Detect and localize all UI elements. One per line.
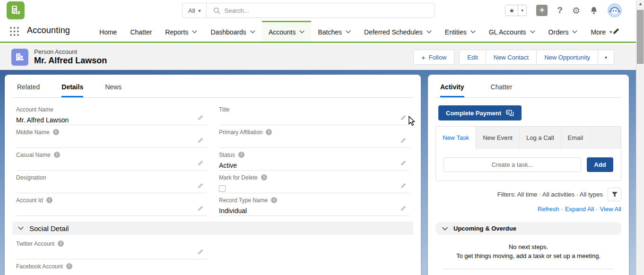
help-icon[interactable]: ? <box>557 5 563 16</box>
edit-pencil-icon[interactable] <box>197 137 204 144</box>
empty-state-line2: To get things moving, add a task or set … <box>435 251 621 260</box>
section-social-detail[interactable]: Social Detail <box>12 222 413 235</box>
chevron-down-icon[interactable] <box>572 30 577 34</box>
view-all-link[interactable]: View All <box>600 206 621 213</box>
edit-pencil-icon[interactable] <box>197 205 204 212</box>
activity-empty-state: No next steps. To get things moving, add… <box>435 242 621 260</box>
info-icon[interactable]: i <box>53 129 59 135</box>
mark-for-delete-checkbox[interactable] <box>219 185 226 192</box>
global-header: All ▾ ★ ▾ + ? ⚙ <box>0 0 636 21</box>
nav-tab-batches[interactable]: Batches <box>311 21 357 42</box>
chevron-down-icon[interactable] <box>192 30 197 34</box>
info-icon[interactable]: i <box>58 241 64 247</box>
search-input[interactable] <box>224 7 435 14</box>
tab-related[interactable]: Related <box>17 83 40 97</box>
nav-tabs: Home Chatter Reports Dashboards Accounts… <box>93 21 618 42</box>
nav-tab-dashboards[interactable]: Dashboards <box>204 21 262 42</box>
edit-pencil-icon[interactable] <box>400 160 407 166</box>
nav-tab-entities[interactable]: Entities <box>438 21 482 42</box>
edit-button[interactable]: Edit <box>460 50 485 64</box>
edit-pencil-icon[interactable] <box>197 249 204 255</box>
create-task-input[interactable] <box>444 157 581 172</box>
chevron-down-icon[interactable] <box>426 30 432 34</box>
edit-pencil-icon[interactable] <box>197 182 204 189</box>
global-actions-icon[interactable]: + <box>536 5 548 16</box>
field-record-type-name: Record Type Namei Individual <box>219 193 409 216</box>
nav-tab-gl-accounts[interactable]: GL Accounts <box>482 21 542 42</box>
activity-composer: New Task New Event Log a Call Email Add <box>435 126 621 181</box>
search-scope-selector[interactable]: All ▾ <box>183 3 207 17</box>
scroll-up-arrow[interactable]: ▲ <box>636 1 644 6</box>
nav-tab-reports[interactable]: Reports <box>158 21 204 42</box>
nav-tab-accounts[interactable]: Accounts <box>262 21 312 42</box>
tab-chatter[interactable]: Chatter <box>491 83 513 97</box>
tab-new-task[interactable]: New Task <box>436 127 476 149</box>
info-icon[interactable]: i <box>54 152 60 158</box>
tab-log-a-call[interactable]: Log a Call <box>520 127 561 149</box>
new-opportunity-button[interactable]: New Opportunity <box>536 50 598 64</box>
tab-new-event[interactable]: New Event <box>476 127 520 149</box>
chevron-down-icon[interactable] <box>299 30 305 34</box>
notifications-bell-icon[interactable] <box>590 6 598 15</box>
edit-pencil-icon[interactable] <box>400 114 407 121</box>
edit-pencil-icon[interactable] <box>197 160 204 166</box>
add-task-button[interactable]: Add <box>587 157 613 172</box>
refresh-link[interactable]: Refresh <box>538 206 559 213</box>
tab-email[interactable]: Email <box>561 127 591 149</box>
composer-body: Add <box>436 149 621 180</box>
user-avatar[interactable] <box>608 3 622 17</box>
page-scrollbar[interactable]: ▲ <box>636 0 644 275</box>
tab-details[interactable]: Details <box>61 83 83 97</box>
field-account-id: Account Idi <box>16 193 207 216</box>
caret-down-icon: ▾ <box>609 29 612 34</box>
complete-payment-button[interactable]: Complete Payment <box>438 105 522 120</box>
app-logo-icon[interactable] <box>7 1 25 19</box>
info-icon[interactable]: i <box>66 263 72 269</box>
nav-tab-chatter[interactable]: Chatter <box>123 21 158 42</box>
edit-pencil-icon[interactable] <box>400 182 407 189</box>
record-header: Person Account Mr. Alfred Lawson + Follo… <box>0 44 636 70</box>
favorites-star-icon[interactable]: ★ <box>505 5 518 16</box>
record-entity-label: Person Account <box>34 48 77 55</box>
favorites-control: ★ ▾ <box>505 5 527 16</box>
nav-tab-home[interactable]: Home <box>93 21 123 42</box>
new-contact-button[interactable]: New Contact <box>486 50 536 64</box>
info-icon[interactable]: i <box>261 174 267 180</box>
scrollbar-thumb[interactable] <box>637 10 644 64</box>
tab-news[interactable]: News <box>105 83 122 97</box>
tab-activity[interactable]: Activity <box>440 83 464 97</box>
divider <box>443 269 614 269</box>
nav-tab-deferred-schedules[interactable]: Deferred Schedules <box>357 21 438 42</box>
filter-button[interactable] <box>608 188 621 201</box>
global-search: All ▾ <box>182 3 435 18</box>
info-icon[interactable]: i <box>46 197 52 203</box>
chevron-down-icon[interactable] <box>530 30 535 34</box>
payment-card-icon <box>506 110 514 116</box>
edit-navigation-pencil-icon[interactable] <box>612 27 620 35</box>
setup-gear-icon[interactable]: ⚙ <box>572 5 580 16</box>
chevron-down-icon[interactable] <box>346 30 351 34</box>
info-icon[interactable]: i <box>271 197 277 203</box>
expand-all-link[interactable]: Expand All <box>565 206 594 213</box>
edit-pencil-icon[interactable] <box>197 114 204 121</box>
favorites-chevron-icon[interactable]: ▾ <box>518 5 526 16</box>
info-icon[interactable]: i <box>266 129 272 135</box>
detail-card-tabs: Related Details News <box>12 75 413 98</box>
follow-button[interactable]: + Follow <box>413 50 454 65</box>
search-icon <box>207 7 224 14</box>
composer-tabs: New Task New Event Log a Call Email <box>436 127 621 149</box>
nav-tab-orders[interactable]: Orders <box>542 21 584 42</box>
record-actions: + Follow Edit New Contact New Opportunit… <box>413 50 614 65</box>
more-actions-caret[interactable]: ▾ <box>598 50 614 64</box>
chevron-down-icon[interactable] <box>470 30 476 34</box>
plus-icon: + <box>421 53 426 61</box>
field-middle-name: Middle Namei <box>16 125 207 148</box>
info-icon[interactable]: i <box>238 152 244 158</box>
app-launcher-waffle-icon[interactable] <box>9 26 19 42</box>
section-upcoming-overdue[interactable]: Upcoming & Overdue <box>435 222 621 235</box>
edit-pencil-icon[interactable] <box>400 137 407 144</box>
field-casual-name: Casual Namei <box>16 148 207 171</box>
edit-pencil-icon[interactable] <box>400 205 407 212</box>
chevron-down-icon[interactable] <box>250 30 255 34</box>
field-status: Statusi Active <box>219 148 409 171</box>
